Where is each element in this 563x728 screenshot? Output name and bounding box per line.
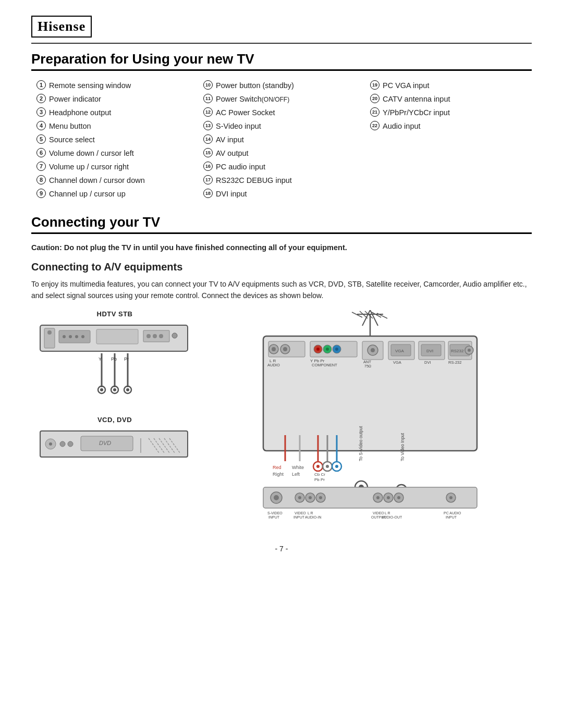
svg-text:INPUT: INPUT	[293, 515, 305, 519]
svg-text:INPUT: INPUT	[446, 515, 457, 519]
body-text: To enjoy its multimedia features, you ca…	[31, 278, 532, 302]
svg-point-62	[335, 348, 338, 351]
item-number: 1	[36, 80, 46, 90]
svg-text:VGA: VGA	[393, 360, 401, 365]
hdtv-stb-diagram	[39, 321, 190, 353]
svg-text:75Ω: 75Ω	[364, 364, 371, 368]
vcd-dvd-diagram: DVD	[39, 427, 190, 459]
svg-point-58	[316, 348, 320, 351]
list-item: 9 Channel up / cursor up	[36, 189, 193, 200]
list-item: 20 CATV antenna input	[370, 94, 527, 105]
list-item: 6 Volume down / cursor left	[36, 148, 193, 159]
item-text: PC audio input	[216, 162, 265, 172]
list-item: 13 S-Video input	[203, 121, 360, 132]
svg-text:DVI: DVI	[426, 349, 433, 353]
tv-back-panel: L R AUDIO Y Pb Pr COMPONENT ANT 75Ω	[258, 310, 482, 529]
item-text: Menu button	[49, 121, 91, 132]
item-number: 2	[36, 94, 46, 103]
item-text: Volume down / cursor left	[49, 148, 134, 159]
item-text: PC VGA input	[383, 80, 429, 91]
svg-text:L  R: L R	[308, 511, 313, 515]
list-item: 14 AV input	[203, 134, 360, 145]
svg-point-9	[172, 333, 177, 338]
item-text: Volume up / cursor right	[49, 162, 129, 172]
svg-text:To S-Video output: To S-Video output	[358, 426, 363, 461]
tv-panel-area: L R AUDIO Y Pb Pr COMPONENT ANT 75Ω	[209, 310, 532, 529]
section1-title: Preparation for Using your new TV	[31, 51, 532, 71]
svg-point-51	[272, 347, 276, 351]
list-item: 19 PC VGA input	[370, 80, 527, 91]
item-number: 11	[203, 94, 213, 103]
list-item: 2 Power indicator	[36, 94, 193, 105]
svg-point-98	[335, 465, 338, 468]
svg-point-109	[274, 495, 279, 500]
svg-text:COMPONENT: COMPONENT	[312, 363, 337, 367]
svg-text:Right: Right	[273, 472, 284, 477]
svg-point-53	[283, 347, 287, 351]
header: Hisense	[31, 16, 532, 44]
item-number: 14	[203, 134, 213, 144]
svg-text:To Video Input: To Video Input	[400, 433, 405, 461]
item-text: Y/PbPr/YCbCr input	[383, 107, 450, 118]
svg-text:DVD: DVD	[99, 440, 111, 446]
svg-point-125	[387, 496, 390, 499]
item-text: CATV antenna input	[383, 94, 450, 105]
svg-point-22	[126, 388, 129, 391]
item-number: 3	[36, 107, 46, 117]
list-item: 8 Channel down / cursor down	[36, 175, 193, 186]
svg-text:S-VIDEO: S-VIDEO	[267, 511, 283, 515]
item-number: 13	[203, 121, 213, 130]
item-text: Headphone output	[49, 107, 111, 118]
svg-point-4	[63, 335, 66, 338]
svg-point-12	[153, 334, 157, 338]
svg-point-117	[319, 496, 322, 499]
svg-point-113	[298, 496, 301, 499]
svg-point-19	[113, 388, 116, 391]
svg-text:Cb  Cr: Cb Cr	[314, 472, 325, 477]
svg-text:White: White	[292, 465, 304, 470]
item-text: Power button (standby)	[216, 80, 294, 91]
item-text: Power Switch(ON/OFF)	[216, 94, 289, 105]
svg-point-29	[60, 441, 65, 447]
svg-text:PC AUDIO: PC AUDIO	[444, 511, 461, 515]
list-item: 10 Power button (standby)	[203, 80, 360, 91]
list-item: 21 Y/PbPr/YCbCr input	[370, 107, 527, 118]
diagram-area: HDTV STB	[31, 310, 532, 529]
item-number: 10	[203, 80, 213, 90]
list-item: 4 Menu button	[36, 121, 193, 132]
item-text: Power indicator	[49, 94, 101, 105]
svg-text:Left: Left	[292, 472, 300, 477]
svg-text:Pr: Pr	[124, 356, 129, 362]
svg-text:VIDEO: VIDEO	[295, 511, 306, 515]
svg-point-16	[100, 388, 103, 391]
svg-text:Red: Red	[273, 465, 282, 470]
item-number: 16	[203, 162, 213, 171]
svg-text:RS232: RS232	[451, 349, 464, 353]
item-text: Channel down / cursor down	[49, 175, 145, 186]
svg-text:Pb: Pb	[111, 356, 117, 362]
list-col-2: 10 Power button (standby) 11 Power Switc…	[203, 80, 360, 200]
svg-point-94	[316, 465, 320, 468]
hdtv-label: HDTV STB	[97, 310, 133, 318]
item-number: 21	[370, 107, 380, 117]
brand-logo: Hisense	[31, 16, 92, 38]
svg-text:AUDIO-IN: AUDIO-IN	[305, 515, 322, 519]
svg-point-2	[47, 330, 52, 335]
numbered-list: 1 Remote sensing window 2 Power indicato…	[31, 80, 532, 200]
section2-title: Connecting your TV	[31, 214, 532, 234]
subsection-title: Connecting to A/V equipments	[31, 261, 532, 273]
hdtv-cables: Y Pb Pr	[91, 353, 138, 395]
svg-text:RS-232: RS-232	[448, 360, 461, 365]
svg-text:DVI: DVI	[424, 360, 431, 365]
svg-text:VIDEO: VIDEO	[373, 511, 384, 515]
item-text: RS232C DEBUG input	[216, 175, 292, 186]
svg-point-6	[75, 335, 78, 338]
list-item: 1 Remote sensing window	[36, 80, 193, 91]
vcd-dvd-block: VCD, DVD DVD	[31, 416, 198, 459]
left-devices: HDTV STB	[31, 310, 198, 459]
svg-text:Y: Y	[99, 356, 102, 362]
svg-text:AUDIO-OUT: AUDIO-OUT	[382, 515, 402, 519]
item-number: 5	[36, 134, 46, 144]
list-item: 7 Volume up / cursor right	[36, 162, 193, 172]
list-item: 18 DVI input	[203, 189, 360, 200]
